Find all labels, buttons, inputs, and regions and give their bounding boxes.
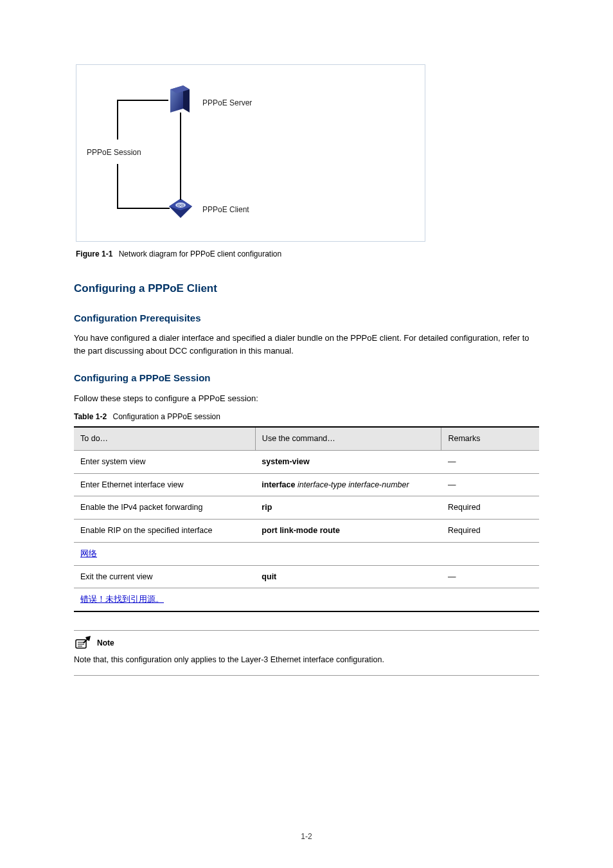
diagram-label-session: PPPoE Session <box>87 147 141 158</box>
cell-todo: Exit the current view <box>74 565 255 588</box>
diagram-connector <box>117 100 168 101</box>
table-row: Enable RIP on the specified interface po… <box>74 520 539 543</box>
config-table: To do… Use the command… Remarks Enter sy… <box>74 426 539 612</box>
diagram-connector <box>117 100 118 140</box>
paragraph-session: Follow these steps to configure a PPPoE … <box>74 392 539 405</box>
table-header-todo: To do… <box>74 427 255 450</box>
cell-remarks <box>441 542 539 565</box>
cell-todo: Enable the IPv4 packet forwarding <box>74 496 255 520</box>
table-header-row: To do… Use the command… Remarks <box>74 427 539 450</box>
svg-text:((•)): ((•)) <box>177 203 184 207</box>
cell-todo: Enable RIP on the specified interface <box>74 520 255 543</box>
figure-number: Figure 1-1 <box>76 249 112 258</box>
cell-todo: Enter system view <box>74 450 255 473</box>
cell-remarks: — <box>441 473 539 496</box>
table-row: Exit the current view quit — <box>74 565 539 588</box>
cross-ref-link[interactable]: 网络 <box>80 549 97 558</box>
network-diagram-figure: ((•)) PPPoE Server PPPoE Client PPPoE Se… <box>76 64 425 242</box>
note-icon <box>74 636 92 650</box>
note-text: Note that, this configuration only appli… <box>74 654 539 666</box>
pppoe-server-icon <box>166 83 192 120</box>
paragraph-prereq: You have configured a dialer interface a… <box>74 332 539 357</box>
pppoe-client-icon: ((•)) <box>168 197 193 223</box>
figure-caption: Figure 1-1 Network diagram for PPPoE cli… <box>76 248 539 260</box>
table-row: 网络 <box>74 542 539 565</box>
table-header-cmd: Use the command… <box>255 427 441 450</box>
cmd-kw: interface <box>262 480 298 489</box>
section-heading-configuring-client: Configuring a PPPoE Client <box>74 280 539 297</box>
note-block: Note Note that, this configuration only … <box>74 630 539 676</box>
cell-cmd: port link-mode route <box>255 520 441 543</box>
table-row: Enable the IPv4 packet forwarding rip Re… <box>74 496 539 520</box>
table-row: 错误！未找到引用源。 <box>74 588 539 611</box>
diagram-label-client: PPPoE Client <box>202 204 249 215</box>
cell-cmd: quit <box>255 565 441 588</box>
table-row: Enter Ethernet interface view interface … <box>74 473 539 496</box>
cell-remarks: — <box>441 450 539 473</box>
note-label: Note <box>97 637 114 649</box>
table-header-remarks: Remarks <box>441 427 539 450</box>
note-header: Note <box>74 636 539 650</box>
cell-todo: Enter Ethernet interface view <box>74 473 255 496</box>
diagram-connector <box>117 164 118 209</box>
diagram-connector <box>180 113 181 200</box>
cell-cmd: rip <box>255 496 441 520</box>
cell-todo: 错误！未找到引用源。 <box>74 588 255 611</box>
cross-ref-link[interactable]: 错误！未找到引用源。 <box>80 595 164 604</box>
diagram-label-server: PPPoE Server <box>202 97 252 109</box>
cell-remarks: — <box>441 565 539 588</box>
subsection-heading-prereq: Configuration Prerequisites <box>74 311 539 326</box>
cell-todo: 网络 <box>74 542 255 565</box>
cell-cmd: interface interface-type interface-numbe… <box>255 473 441 496</box>
table-caption: Table 1-2 Configuration a PPPoE session <box>74 411 539 422</box>
cell-cmd <box>255 588 441 611</box>
cell-cmd <box>255 542 441 565</box>
figure-caption-text: Network diagram for PPPoE client configu… <box>119 249 281 258</box>
diagram-connector <box>117 208 170 209</box>
cell-cmd: system-view <box>255 450 441 473</box>
table-caption-text: Configuration a PPPoE session <box>112 412 220 421</box>
cell-remarks: Required <box>441 496 539 520</box>
cmd-arg: interface-type interface-number <box>298 480 409 489</box>
table-number: Table 1-2 <box>74 412 107 421</box>
cell-remarks <box>441 588 539 611</box>
page-number: 1-2 <box>0 831 613 842</box>
cell-remarks: Required <box>441 520 539 543</box>
table-row: Enter system view system-view — <box>74 450 539 473</box>
subsection-heading-session: Configuring a PPPoE Session <box>74 371 539 386</box>
